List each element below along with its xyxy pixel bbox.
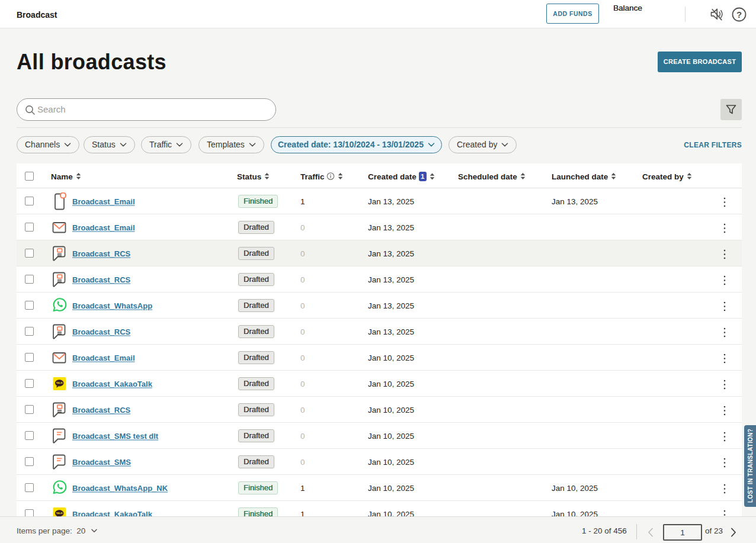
svg-text:TALK: TALK: [56, 381, 63, 384]
svg-text:TALK: TALK: [56, 512, 63, 515]
svg-text:?: ?: [736, 9, 742, 20]
